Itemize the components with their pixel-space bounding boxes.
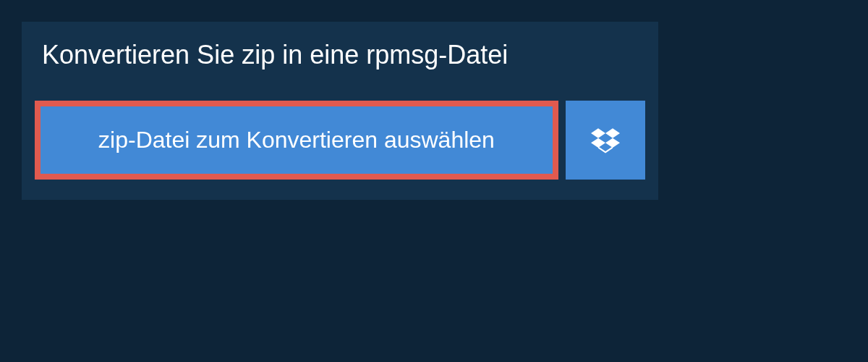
converter-panel: Konvertieren Sie zip in eine rpmsg-Datei… — [22, 22, 658, 200]
dropbox-button[interactable] — [566, 101, 645, 180]
dropbox-icon — [591, 126, 620, 155]
page-title: Konvertieren Sie zip in eine rpmsg-Datei — [22, 22, 658, 88]
select-file-button[interactable]: zip-Datei zum Konvertieren auswählen — [35, 101, 558, 180]
button-row: zip-Datei zum Konvertieren auswählen — [22, 88, 658, 200]
